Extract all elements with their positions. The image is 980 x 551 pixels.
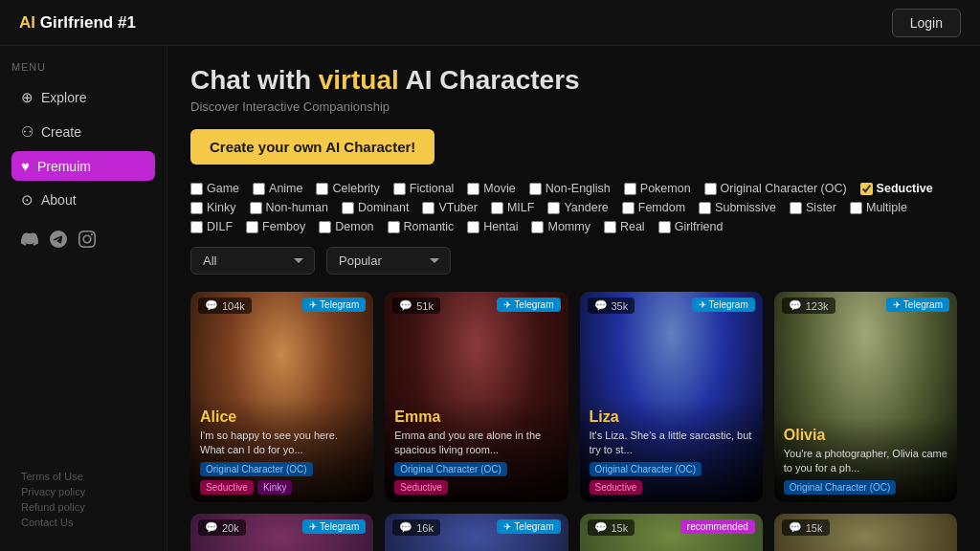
filter-yandere[interactable]: Yandere (547, 201, 608, 214)
page-subtitle: Discover Interactive Companionship (190, 99, 957, 114)
filter-seductive[interactable]: Seductive (860, 182, 933, 195)
sidebar-item-premium[interactable]: ♥ Premuim (11, 151, 155, 181)
filter-romantic[interactable]: Romantic (388, 220, 455, 233)
filter-dilf[interactable]: DILF (190, 220, 233, 233)
filter-game[interactable]: Game (190, 182, 239, 195)
tag-oc3: Original Character (OC) (590, 462, 702, 476)
filter-demon[interactable]: Demon (319, 220, 373, 233)
sort-dropdown[interactable]: Popular New Top Rated (326, 247, 451, 275)
card-alice-desc: I'm so happy to see you here. What can I… (200, 429, 364, 456)
filter-mommy-checkbox[interactable] (531, 221, 544, 233)
card-r2-1-telegram[interactable]: ✈ Telegram (302, 519, 366, 534)
filter-girlfriend-checkbox[interactable] (658, 221, 671, 233)
dropdowns: All Female Male Popular New Top Rated (190, 247, 957, 275)
filter-movie-checkbox[interactable] (467, 183, 479, 195)
sidebar-item-about[interactable]: ⊙ About (11, 185, 155, 215)
sidebar-item-explore[interactable]: ⊕ Explore (11, 82, 155, 113)
card-r2-1[interactable]: 💬 20k ✈ Telegram (190, 514, 373, 551)
logo-ai: AI (19, 13, 35, 32)
card-alice[interactable]: 💬 104k ✈ Telegram Alice I'm so happy to … (190, 292, 373, 502)
filter-dominant[interactable]: Dominant (342, 201, 410, 214)
chat-icon5: 💬 (205, 521, 218, 534)
filter-celebrity-checkbox[interactable] (316, 183, 328, 195)
filter-non-human-checkbox[interactable] (250, 202, 262, 214)
terms-link[interactable]: Terms of Use (21, 471, 145, 482)
card-r2-4[interactable]: 💬 15k (774, 514, 957, 551)
filter-kinky[interactable]: Kinky (190, 201, 236, 214)
filter-hentai-checkbox[interactable] (467, 221, 479, 233)
filter-game-checkbox[interactable] (190, 183, 203, 195)
filter-dilf-checkbox[interactable] (190, 221, 203, 233)
filter-submissive[interactable]: Submissive (699, 201, 776, 214)
filter-femdom[interactable]: Femdom (622, 201, 685, 214)
card-emma-telegram[interactable]: ✈ Telegram (497, 298, 560, 312)
filter-non-human[interactable]: Non-human (250, 201, 328, 214)
card-liza-telegram[interactable]: ✈ Telegram (692, 298, 755, 312)
filter-sister[interactable]: Sister (790, 201, 836, 214)
filter-fictional[interactable]: Fictional (393, 182, 455, 195)
filter-submissive-checkbox[interactable] (699, 202, 711, 214)
filter-sister-checkbox[interactable] (790, 202, 802, 214)
tag-kinky: Kinky (257, 480, 292, 495)
filter-multiple-checkbox[interactable] (850, 202, 862, 214)
card-r2-2[interactable]: 💬 16k ✈ Telegram (385, 514, 568, 551)
privacy-link[interactable]: Privacy policy (21, 486, 145, 497)
filter-seductive-checkbox[interactable] (860, 183, 873, 195)
logo-text: Girlfriend #1 (35, 13, 136, 32)
filter-fictional-checkbox[interactable] (393, 183, 406, 195)
instagram-icon[interactable] (78, 231, 96, 252)
filter-celebrity[interactable]: Celebrity (316, 182, 379, 195)
card-r2-3-top: 💬 15k recommended (580, 514, 763, 541)
filter-hentai[interactable]: Hentai (467, 220, 518, 233)
filter-non-english[interactable]: Non-English (529, 182, 611, 195)
filter-milf[interactable]: MILF (491, 201, 534, 214)
page-title: Chat with virtual AI Characters (190, 65, 957, 96)
filter-dominant-checkbox[interactable] (342, 202, 354, 214)
menu-label: Menu (11, 61, 155, 73)
filter-oc[interactable]: Original Character (OC) (704, 182, 847, 195)
card-liza-name: Liza (590, 408, 753, 426)
create-character-button[interactable]: Create your own AI Character! (190, 129, 434, 165)
filter-femboy-checkbox[interactable] (246, 221, 258, 233)
card-olivia[interactable]: 💬 123k ✈ Telegram Olivia You're a photog… (774, 292, 957, 502)
card-r2-3-count: 💬 15k (588, 519, 635, 536)
filter-anime[interactable]: Anime (253, 182, 302, 195)
filter-anime-checkbox[interactable] (253, 183, 265, 195)
filter-non-english-checkbox[interactable] (529, 183, 542, 195)
discord-icon[interactable] (21, 231, 38, 252)
card-emma[interactable]: 💬 51k ✈ Telegram Emma Emma and you are a… (385, 292, 568, 502)
filter-all-dropdown[interactable]: All Female Male (190, 247, 315, 275)
card-alice-telegram[interactable]: ✈ Telegram (302, 298, 366, 312)
filter-girlfriend[interactable]: Girlfriend (658, 220, 724, 233)
filter-oc-checkbox[interactable] (704, 183, 717, 195)
card-olivia-telegram[interactable]: ✈ Telegram (886, 298, 949, 312)
chat-icon: 💬 (205, 299, 218, 312)
filter-real[interactable]: Real (604, 220, 645, 233)
filter-vtuber[interactable]: VTuber (422, 201, 478, 214)
filter-vtuber-checkbox[interactable] (422, 202, 434, 214)
contact-link[interactable]: Contact Us (21, 517, 145, 528)
card-r2-3[interactable]: 💬 15k recommended (580, 514, 763, 551)
filter-multiple[interactable]: Multiple (850, 201, 907, 214)
filter-milf-checkbox[interactable] (491, 202, 503, 214)
sidebar-item-create[interactable]: ⚇ Create (11, 117, 155, 147)
card-olivia-count: 💬 123k (782, 298, 835, 314)
card-emma-desc: Emma and you are alone in the spacious l… (394, 429, 558, 456)
card-r2-2-telegram[interactable]: ✈ Telegram (497, 519, 560, 534)
filter-pokemon[interactable]: Pokemon (624, 182, 691, 195)
filter-femboy[interactable]: Femboy (246, 220, 305, 233)
refund-link[interactable]: Refund policy (21, 501, 145, 513)
telegram-icon[interactable] (50, 231, 67, 252)
filter-pokemon-checkbox[interactable] (624, 183, 636, 195)
filter-mommy[interactable]: Mommy (531, 220, 590, 233)
card-r2-3-recommended: recommended (680, 519, 755, 534)
card-liza[interactable]: 💬 35k ✈ Telegram Liza It's Liza. She's a… (580, 292, 763, 502)
filter-femdom-checkbox[interactable] (622, 202, 635, 214)
filter-real-checkbox[interactable] (604, 221, 616, 233)
login-button[interactable]: Login (892, 9, 961, 37)
filter-movie[interactable]: Movie (467, 182, 515, 195)
filter-demon-checkbox[interactable] (319, 221, 331, 233)
filter-romantic-checkbox[interactable] (388, 221, 400, 233)
filter-yandere-checkbox[interactable] (547, 202, 560, 214)
filter-kinky-checkbox[interactable] (190, 202, 203, 214)
